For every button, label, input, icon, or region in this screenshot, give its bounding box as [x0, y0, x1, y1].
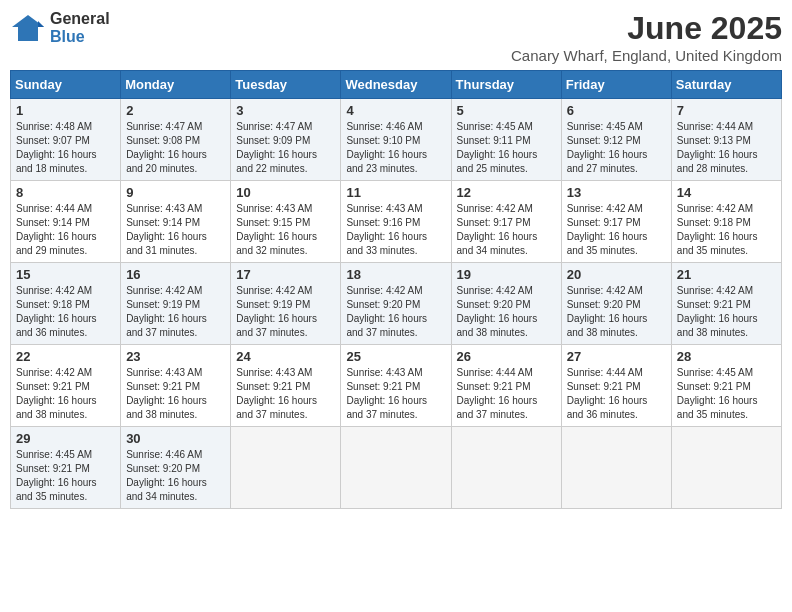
calendar-cell: 2Sunrise: 4:47 AM Sunset: 9:08 PM Daylig…	[121, 99, 231, 181]
calendar-cell: 6Sunrise: 4:45 AM Sunset: 9:12 PM Daylig…	[561, 99, 671, 181]
day-info: Sunrise: 4:42 AM Sunset: 9:17 PM Dayligh…	[457, 202, 556, 258]
day-info: Sunrise: 4:43 AM Sunset: 9:21 PM Dayligh…	[126, 366, 225, 422]
logo-general: General	[50, 10, 110, 28]
calendar-cell: 8Sunrise: 4:44 AM Sunset: 9:14 PM Daylig…	[11, 181, 121, 263]
calendar-week-row: 22Sunrise: 4:42 AM Sunset: 9:21 PM Dayli…	[11, 345, 782, 427]
calendar-cell	[671, 427, 781, 509]
calendar-cell: 21Sunrise: 4:42 AM Sunset: 9:21 PM Dayli…	[671, 263, 781, 345]
day-of-week-header: Saturday	[671, 71, 781, 99]
calendar-cell	[231, 427, 341, 509]
day-info: Sunrise: 4:43 AM Sunset: 9:21 PM Dayligh…	[236, 366, 335, 422]
day-info: Sunrise: 4:42 AM Sunset: 9:20 PM Dayligh…	[567, 284, 666, 340]
calendar-cell	[451, 427, 561, 509]
day-info: Sunrise: 4:42 AM Sunset: 9:19 PM Dayligh…	[236, 284, 335, 340]
day-of-week-header: Tuesday	[231, 71, 341, 99]
day-info: Sunrise: 4:42 AM Sunset: 9:21 PM Dayligh…	[16, 366, 115, 422]
calendar-cell: 28Sunrise: 4:45 AM Sunset: 9:21 PM Dayli…	[671, 345, 781, 427]
day-info: Sunrise: 4:46 AM Sunset: 9:20 PM Dayligh…	[126, 448, 225, 504]
calendar-week-row: 1Sunrise: 4:48 AM Sunset: 9:07 PM Daylig…	[11, 99, 782, 181]
day-of-week-header: Thursday	[451, 71, 561, 99]
calendar-cell: 14Sunrise: 4:42 AM Sunset: 9:18 PM Dayli…	[671, 181, 781, 263]
day-info: Sunrise: 4:45 AM Sunset: 9:21 PM Dayligh…	[677, 366, 776, 422]
day-info: Sunrise: 4:47 AM Sunset: 9:08 PM Dayligh…	[126, 120, 225, 176]
calendar-cell: 16Sunrise: 4:42 AM Sunset: 9:19 PM Dayli…	[121, 263, 231, 345]
day-info: Sunrise: 4:48 AM Sunset: 9:07 PM Dayligh…	[16, 120, 115, 176]
calendar-cell: 18Sunrise: 4:42 AM Sunset: 9:20 PM Dayli…	[341, 263, 451, 345]
day-of-week-header: Monday	[121, 71, 231, 99]
day-info: Sunrise: 4:44 AM Sunset: 9:21 PM Dayligh…	[457, 366, 556, 422]
day-of-week-header: Wednesday	[341, 71, 451, 99]
day-number: 28	[677, 349, 776, 364]
calendar-cell: 23Sunrise: 4:43 AM Sunset: 9:21 PM Dayli…	[121, 345, 231, 427]
day-info: Sunrise: 4:45 AM Sunset: 9:11 PM Dayligh…	[457, 120, 556, 176]
day-number: 13	[567, 185, 666, 200]
day-number: 5	[457, 103, 556, 118]
day-info: Sunrise: 4:43 AM Sunset: 9:15 PM Dayligh…	[236, 202, 335, 258]
day-number: 9	[126, 185, 225, 200]
day-info: Sunrise: 4:46 AM Sunset: 9:10 PM Dayligh…	[346, 120, 445, 176]
day-number: 1	[16, 103, 115, 118]
day-number: 3	[236, 103, 335, 118]
day-number: 24	[236, 349, 335, 364]
day-info: Sunrise: 4:42 AM Sunset: 9:20 PM Dayligh…	[346, 284, 445, 340]
day-info: Sunrise: 4:44 AM Sunset: 9:13 PM Dayligh…	[677, 120, 776, 176]
calendar-cell: 30Sunrise: 4:46 AM Sunset: 9:20 PM Dayli…	[121, 427, 231, 509]
day-number: 10	[236, 185, 335, 200]
day-number: 26	[457, 349, 556, 364]
logo: General Blue	[10, 10, 110, 45]
calendar-cell: 13Sunrise: 4:42 AM Sunset: 9:17 PM Dayli…	[561, 181, 671, 263]
day-number: 19	[457, 267, 556, 282]
calendar-cell: 25Sunrise: 4:43 AM Sunset: 9:21 PM Dayli…	[341, 345, 451, 427]
calendar-cell: 10Sunrise: 4:43 AM Sunset: 9:15 PM Dayli…	[231, 181, 341, 263]
day-number: 12	[457, 185, 556, 200]
calendar-cell: 1Sunrise: 4:48 AM Sunset: 9:07 PM Daylig…	[11, 99, 121, 181]
day-info: Sunrise: 4:43 AM Sunset: 9:16 PM Dayligh…	[346, 202, 445, 258]
day-number: 8	[16, 185, 115, 200]
day-number: 22	[16, 349, 115, 364]
day-of-week-header: Sunday	[11, 71, 121, 99]
title-area: June 2025 Canary Wharf, England, United …	[511, 10, 782, 64]
day-info: Sunrise: 4:42 AM Sunset: 9:18 PM Dayligh…	[677, 202, 776, 258]
day-number: 29	[16, 431, 115, 446]
day-number: 23	[126, 349, 225, 364]
calendar-cell: 19Sunrise: 4:42 AM Sunset: 9:20 PM Dayli…	[451, 263, 561, 345]
calendar-week-row: 15Sunrise: 4:42 AM Sunset: 9:18 PM Dayli…	[11, 263, 782, 345]
calendar-header-row: SundayMondayTuesdayWednesdayThursdayFrid…	[11, 71, 782, 99]
calendar-cell: 11Sunrise: 4:43 AM Sunset: 9:16 PM Dayli…	[341, 181, 451, 263]
day-number: 27	[567, 349, 666, 364]
calendar-cell	[341, 427, 451, 509]
day-info: Sunrise: 4:44 AM Sunset: 9:21 PM Dayligh…	[567, 366, 666, 422]
day-number: 15	[16, 267, 115, 282]
day-info: Sunrise: 4:43 AM Sunset: 9:14 PM Dayligh…	[126, 202, 225, 258]
calendar-cell: 22Sunrise: 4:42 AM Sunset: 9:21 PM Dayli…	[11, 345, 121, 427]
day-info: Sunrise: 4:42 AM Sunset: 9:17 PM Dayligh…	[567, 202, 666, 258]
day-number: 16	[126, 267, 225, 282]
calendar: SundayMondayTuesdayWednesdayThursdayFrid…	[10, 70, 782, 509]
day-number: 7	[677, 103, 776, 118]
calendar-cell: 17Sunrise: 4:42 AM Sunset: 9:19 PM Dayli…	[231, 263, 341, 345]
calendar-week-row: 8Sunrise: 4:44 AM Sunset: 9:14 PM Daylig…	[11, 181, 782, 263]
day-info: Sunrise: 4:42 AM Sunset: 9:18 PM Dayligh…	[16, 284, 115, 340]
logo-icon	[10, 13, 46, 43]
day-number: 11	[346, 185, 445, 200]
day-number: 2	[126, 103, 225, 118]
day-info: Sunrise: 4:45 AM Sunset: 9:12 PM Dayligh…	[567, 120, 666, 176]
day-info: Sunrise: 4:47 AM Sunset: 9:09 PM Dayligh…	[236, 120, 335, 176]
calendar-cell: 29Sunrise: 4:45 AM Sunset: 9:21 PM Dayli…	[11, 427, 121, 509]
day-info: Sunrise: 4:43 AM Sunset: 9:21 PM Dayligh…	[346, 366, 445, 422]
day-number: 6	[567, 103, 666, 118]
calendar-cell: 7Sunrise: 4:44 AM Sunset: 9:13 PM Daylig…	[671, 99, 781, 181]
calendar-cell: 3Sunrise: 4:47 AM Sunset: 9:09 PM Daylig…	[231, 99, 341, 181]
calendar-cell: 4Sunrise: 4:46 AM Sunset: 9:10 PM Daylig…	[341, 99, 451, 181]
day-info: Sunrise: 4:44 AM Sunset: 9:14 PM Dayligh…	[16, 202, 115, 258]
header: General Blue June 2025 Canary Wharf, Eng…	[10, 10, 782, 64]
calendar-cell: 12Sunrise: 4:42 AM Sunset: 9:17 PM Dayli…	[451, 181, 561, 263]
day-info: Sunrise: 4:42 AM Sunset: 9:20 PM Dayligh…	[457, 284, 556, 340]
day-info: Sunrise: 4:42 AM Sunset: 9:19 PM Dayligh…	[126, 284, 225, 340]
calendar-cell: 27Sunrise: 4:44 AM Sunset: 9:21 PM Dayli…	[561, 345, 671, 427]
month-title: June 2025	[511, 10, 782, 47]
calendar-cell: 15Sunrise: 4:42 AM Sunset: 9:18 PM Dayli…	[11, 263, 121, 345]
day-number: 14	[677, 185, 776, 200]
location-title: Canary Wharf, England, United Kingdom	[511, 47, 782, 64]
day-info: Sunrise: 4:42 AM Sunset: 9:21 PM Dayligh…	[677, 284, 776, 340]
